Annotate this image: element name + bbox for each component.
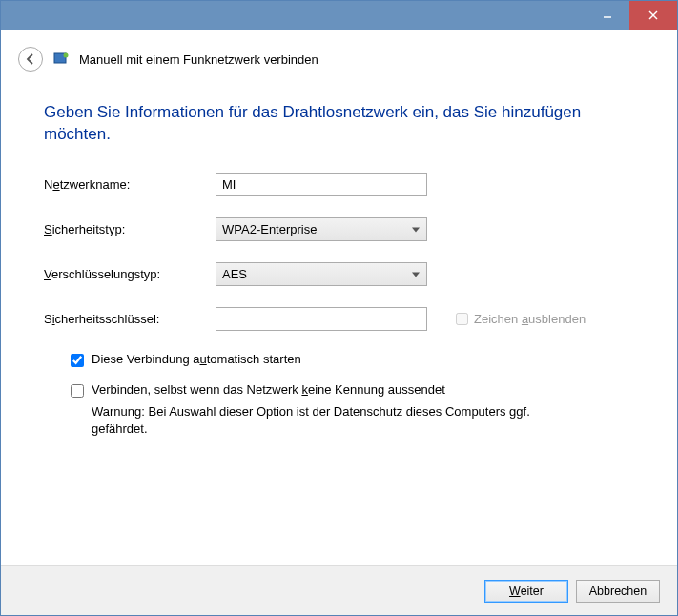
network-name-label: Netzwerkname: xyxy=(44,177,216,192)
security-type-select[interactable]: WPA2-Enterprise xyxy=(216,217,427,241)
auto-start-checkbox[interactable] xyxy=(71,354,84,367)
minimize-button[interactable] xyxy=(586,1,629,30)
security-type-label: Sicherheitstyp: xyxy=(44,222,216,236)
hide-characters-checkbox xyxy=(456,313,468,325)
connect-hidden-label: Verbinden, selbst wenn das Netzwerk kein… xyxy=(92,382,445,397)
hide-characters-label: Zeichen ausblenden xyxy=(474,312,586,326)
page-heading: Geben Sie Informationen für das Drahtlos… xyxy=(44,102,634,146)
encryption-type-select[interactable]: AES xyxy=(216,262,427,286)
back-button[interactable] xyxy=(18,47,43,72)
encryption-type-label: Verschlüsselungstyp: xyxy=(44,267,216,281)
next-button[interactable]: Weiter xyxy=(484,580,568,603)
network-name-input[interactable] xyxy=(216,173,427,196)
arrow-left-icon xyxy=(24,52,37,66)
security-key-label: Sicherheitsschlüssel: xyxy=(44,312,216,326)
wizard-header: Manuell mit einem Funknetzwerk verbinden xyxy=(1,30,677,83)
wifi-icon xyxy=(52,51,70,68)
auto-start-label: Diese Verbindung automatisch starten xyxy=(92,352,301,366)
close-button[interactable] xyxy=(629,1,677,30)
security-key-input xyxy=(216,307,427,331)
titlebar xyxy=(1,1,677,30)
warning-text: Warnung: Bei Auswahl dieser Option ist d… xyxy=(92,403,587,438)
dialog-footer: Weiter Abbrechen xyxy=(1,565,677,615)
wizard-title: Manuell mit einem Funknetzwerk verbinden xyxy=(79,52,318,67)
connect-hidden-checkbox[interactable] xyxy=(71,384,84,398)
hide-characters-option: Zeichen ausblenden xyxy=(456,312,586,326)
cancel-button[interactable]: Abbrechen xyxy=(576,580,660,603)
svg-point-4 xyxy=(64,53,69,58)
